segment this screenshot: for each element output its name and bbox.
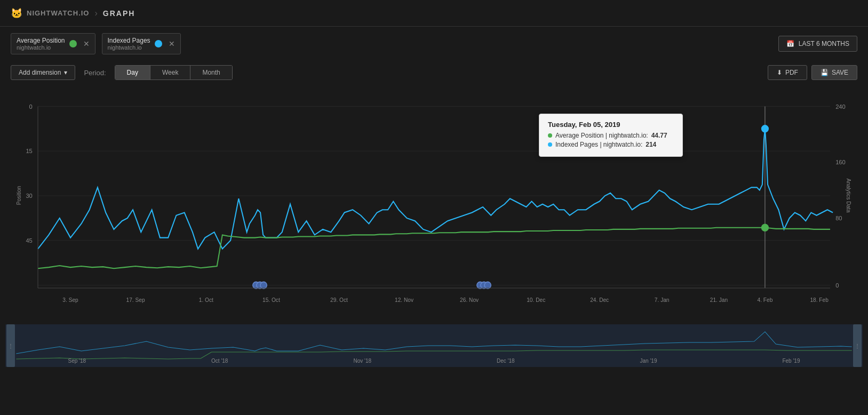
svg-text:45: 45 (26, 237, 32, 244)
brand-name: NIGHTWATCH.IO (27, 9, 89, 17)
indexed-pages-line (38, 129, 833, 249)
action-buttons: ⬇ PDF 💾 SAVE (768, 65, 857, 80)
tooltip-dot-green (548, 133, 552, 138)
period-tab-day[interactable]: Day (115, 66, 150, 79)
pdf-button[interactable]: ⬇ PDF (768, 65, 807, 80)
svg-text:1. Oct: 1. Oct (199, 297, 213, 303)
metric-tag-avg-position-name: Average Position (17, 37, 65, 44)
tooltip-row-indexed-pages: Indexed Pages | nightwatch.io: 214 (548, 141, 674, 148)
avg-position-cursor-dot (762, 224, 768, 231)
metric-tag-indexed-pages-name: Indexed Pages (108, 37, 150, 44)
svg-text:21. Jan: 21. Jan (710, 297, 728, 303)
save-label: SAVE (832, 69, 848, 76)
metric-tag-avg-position: Average Position nightwatch.io ✕ (11, 33, 95, 54)
chart-navigator[interactable]: ⋮ ⋮ Sep '18 Oct '18 Nov '18 Dec '18 Jan … (5, 324, 863, 367)
pdf-label: PDF (785, 69, 798, 76)
indexed-pages-close-button[interactable]: ✕ (169, 40, 175, 47)
brand-icon: 🐱 (11, 7, 22, 19)
page-title: GRAPH (103, 9, 136, 18)
indexed-pages-cursor-dot (762, 125, 768, 132)
tooltip-dot-blue (548, 142, 552, 147)
tooltip-title: Tuesday, Feb 05, 2019 (548, 121, 674, 129)
tooltip-row-avg-position: Average Position | nightwatch.io: 44.77 (548, 132, 674, 139)
metric-tag-indexed-pages-info: Indexed Pages nightwatch.io (108, 37, 150, 51)
period-tab-week[interactable]: Week (150, 66, 190, 79)
svg-text:30: 30 (26, 193, 32, 199)
handle-right-icon: ⋮ (855, 343, 860, 349)
svg-text:15. Oct: 15. Oct (262, 297, 280, 303)
svg-text:80: 80 (835, 215, 842, 221)
save-button[interactable]: 💾 SAVE (811, 65, 857, 80)
date-range-button[interactable]: 📅 LAST 6 MONTHS (778, 36, 857, 52)
period-tab-month[interactable]: Month (190, 66, 232, 79)
metric-tag-avg-position-sub: nightwatch.io (17, 44, 65, 51)
chevron-down-icon: ▾ (64, 69, 67, 76)
indexed-pages-dot (155, 40, 162, 47)
svg-text:29. Oct: 29. Oct (330, 297, 348, 303)
add-dimension-button[interactable]: Add dimension ▾ (11, 65, 75, 80)
header: 🐱 NIGHTWATCH.IO › GRAPH (0, 0, 868, 27)
svg-text:0: 0 (29, 103, 33, 109)
navigator-handle-left[interactable]: ⋮ (6, 324, 15, 367)
right-axis-label: Analytics Data (846, 178, 852, 212)
svg-text:24. Dec: 24. Dec (590, 297, 609, 303)
svg-text:10. Dec: 10. Dec (527, 297, 545, 303)
svg-text:160: 160 (835, 159, 846, 165)
metric-tag-avg-position-info: Average Position nightwatch.io (17, 37, 65, 51)
chart-container: Position Analytics Data 0 15 30 45 240 1… (0, 84, 868, 324)
navigator-handle-right[interactable]: ⋮ (853, 324, 862, 367)
svg-text:12. Nov: 12. Nov (395, 297, 414, 303)
avg-position-line (38, 228, 830, 268)
avg-position-dot (69, 40, 77, 47)
svg-text:7. Jan: 7. Jan (655, 297, 670, 303)
svg-text:17. Sep: 17. Sep (126, 297, 145, 303)
metric-tag-indexed-pages-sub: nightwatch.io (108, 44, 150, 51)
chart-tooltip: Tuesday, Feb 05, 2019 Average Position |… (539, 114, 683, 157)
chart-svg: 0 15 30 45 240 160 80 0 3. Sep 17. Sep 1… (5, 90, 863, 324)
period-label: Period: (84, 69, 106, 77)
svg-text:26. Nov: 26. Nov (460, 297, 479, 303)
left-axis-label: Position (16, 186, 22, 205)
tooltip-avg-position-value: 44.77 (651, 132, 667, 139)
date-range-label: LAST 6 MONTHS (799, 40, 849, 47)
svg-text:15: 15 (26, 148, 32, 154)
add-dimension-label: Add dimension (19, 69, 61, 76)
metric-tag-indexed-pages: Indexed Pages nightwatch.io ✕ (102, 33, 181, 54)
navigator-svg (5, 324, 863, 367)
svg-text:240: 240 (835, 103, 846, 109)
svg-text:3. Sep: 3. Sep (62, 297, 78, 303)
period-controls: Add dimension ▾ Period: Day Week Month ⬇… (0, 61, 868, 84)
tooltip-avg-position-label: Average Position | nightwatch.io: (555, 132, 648, 139)
avg-position-close-button[interactable]: ✕ (83, 40, 90, 47)
period-tabs: Day Week Month (115, 65, 233, 80)
tooltip-indexed-pages-label: Indexed Pages | nightwatch.io: (555, 141, 642, 148)
svg-text:0: 0 (835, 282, 839, 289)
calendar-icon: 📅 (786, 40, 794, 47)
event-dot-6 (484, 282, 491, 289)
header-separator: › (94, 9, 97, 18)
event-dot-3 (260, 282, 267, 289)
download-icon: ⬇ (777, 69, 782, 76)
save-icon: 💾 (821, 69, 829, 76)
handle-left-icon: ⋮ (8, 343, 13, 349)
svg-text:4. Feb: 4. Feb (758, 297, 773, 303)
top-controls: Average Position nightwatch.io ✕ Indexed… (0, 27, 868, 61)
tooltip-indexed-pages-value: 214 (646, 141, 656, 148)
svg-text:18. Feb: 18. Feb (810, 297, 829, 303)
